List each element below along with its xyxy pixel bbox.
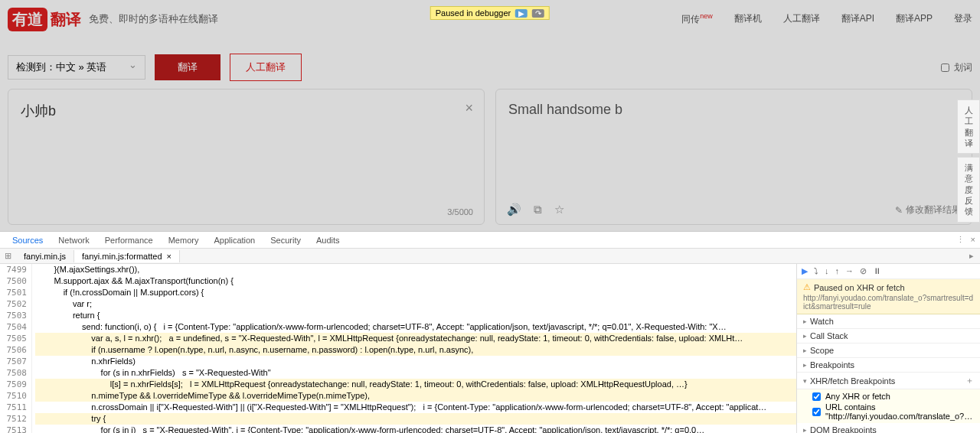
side-float: 人工 翻译 满意度 反馈 xyxy=(957,99,980,223)
file-tab-2[interactable]: fanyi.min.js:formatted× xyxy=(74,250,180,262)
debugger-badge: Paused in debugger ▶ ↷ xyxy=(430,6,550,20)
devtools: Sources Network Performance Memory Appli… xyxy=(0,231,980,433)
file-tabs: ⊞ fanyi.min.js fanyi.min.js:formatted× ▸ xyxy=(0,249,980,264)
side-human-translate[interactable]: 人工 翻译 xyxy=(957,99,980,154)
edit-result-button[interactable]: ✎ 修改翻译结果 xyxy=(895,203,961,216)
nav-rengong[interactable]: 人工翻译 xyxy=(783,12,820,26)
step-icon[interactable]: ↷ xyxy=(532,9,544,18)
debugger-sidebar: ▶ ⤵ ↓ ↑ → ⊘ ⏸ ⚠Paused on XHR or fetch ht… xyxy=(796,264,980,433)
nav-login[interactable]: 登录 xyxy=(954,12,972,26)
pause-exc-icon[interactable]: ⏸ xyxy=(873,266,881,276)
logo-badge: 有道 xyxy=(8,8,47,31)
code-area[interactable]: }(M.ajaxSettings.xhr()), M.support.ajax … xyxy=(32,264,796,433)
output-panel: Small handsome b 🔊 ⧉ ☆ ✎ 修改翻译结果 xyxy=(495,89,972,225)
acc-scope[interactable]: Scope xyxy=(797,343,980,358)
debugger-text: Paused in debugger xyxy=(436,8,511,18)
input-panel[interactable]: 小帅b × 3/5000 xyxy=(8,89,485,225)
tab-sources[interactable]: Sources xyxy=(5,233,51,247)
huaci-input[interactable] xyxy=(941,63,949,72)
nav-tongchuan[interactable]: 同传new xyxy=(681,12,713,26)
tab-network[interactable]: Network xyxy=(51,233,96,247)
warning-icon: ⚠ xyxy=(803,282,811,292)
nav-api[interactable]: 翻译API xyxy=(841,12,874,26)
add-xhr-bp-icon[interactable]: ＋ xyxy=(965,375,974,386)
huaci-checkbox[interactable]: 划词 xyxy=(941,61,972,74)
translation-panels: 小帅b × 3/5000 Small handsome b 🔊 ⧉ ☆ ✎ 修改… xyxy=(0,89,980,225)
copy-icon[interactable]: ⧉ xyxy=(534,203,542,216)
xhr-any-checkbox[interactable]: Any XHR or fetch xyxy=(797,391,980,402)
nav-toggle-icon[interactable]: ⊞ xyxy=(0,251,16,261)
step-into-icon[interactable]: ↓ xyxy=(825,266,829,276)
xhr-url-checkbox[interactable]: URL contains "http://fanyi.youdao.com/tr… xyxy=(797,402,980,422)
pencil-icon: ✎ xyxy=(895,205,903,216)
speaker-icon[interactable]: 🔊 xyxy=(507,203,521,216)
tab-performance[interactable]: Performance xyxy=(97,233,161,247)
pause-reason: ⚠Paused on XHR or fetch http://fanyi.you… xyxy=(797,279,980,314)
top-nav: 同传new 翻译机 人工翻译 翻译API 翻译APP 登录 xyxy=(681,12,972,26)
acc-watch[interactable]: Watch xyxy=(797,314,980,329)
star-icon[interactable]: ☆ xyxy=(554,203,564,216)
devtools-close-icon[interactable]: × xyxy=(971,235,975,245)
tab-security[interactable]: Security xyxy=(263,233,309,247)
step-out-icon[interactable]: ↑ xyxy=(835,266,840,276)
deactivate-bp-icon[interactable]: ⊘ xyxy=(860,266,867,276)
tab-audits[interactable]: Audits xyxy=(309,233,348,247)
translate-button[interactable]: 翻译 xyxy=(155,54,220,80)
resume-icon[interactable]: ▶ xyxy=(515,9,528,18)
step-over-icon[interactable]: ⤵ xyxy=(814,266,818,276)
devtools-tabs: Sources Network Performance Memory Appli… xyxy=(0,232,980,249)
char-counter: 3/5000 xyxy=(447,207,473,216)
pause-url: http://fanyi.youdao.com/translate_o?smar… xyxy=(803,294,974,311)
tab-application[interactable]: Application xyxy=(206,233,263,247)
human-translate-button[interactable]: 人工翻译 xyxy=(230,54,302,81)
input-text[interactable]: 小帅b xyxy=(21,102,472,120)
acc-xhr[interactable]: XHR/fetch Breakpoints＋ xyxy=(797,373,980,389)
logo[interactable]: 有道 翻译 xyxy=(8,8,81,31)
tagline: 免费、即时的多语种在线翻译 xyxy=(89,12,218,26)
close-file-icon[interactable]: × xyxy=(167,252,172,261)
side-feedback[interactable]: 满意度 反馈 xyxy=(957,157,980,222)
logo-text: 翻译 xyxy=(51,9,81,30)
nav-app[interactable]: 翻译APP xyxy=(896,12,933,26)
clear-input-icon[interactable]: × xyxy=(465,100,473,116)
devtools-menu-icon[interactable]: ⋮ xyxy=(956,235,965,245)
tab-memory[interactable]: Memory xyxy=(161,233,207,247)
acc-breakpoints[interactable]: Breakpoints xyxy=(797,358,980,373)
file-tab-1[interactable]: fanyi.min.js xyxy=(16,250,74,262)
controls-row: 检测到：中文 » 英语 翻译 人工翻译 划词 xyxy=(0,38,980,89)
resume-button[interactable]: ▶ xyxy=(802,266,808,276)
debugger-controls: ▶ ⤵ ↓ ↑ → ⊘ ⏸ xyxy=(797,264,980,279)
language-select[interactable]: 检测到：中文 » 英语 xyxy=(8,55,145,80)
nav-fanyiji[interactable]: 翻译机 xyxy=(734,12,762,26)
acc-callstack[interactable]: Call Stack xyxy=(797,329,980,343)
acc-dom[interactable]: DOM Breakpoints xyxy=(797,423,980,433)
output-text: Small handsome b xyxy=(508,102,959,118)
line-gutter: 7499 7500 7501 7502 7503 7504 7505 7506 … xyxy=(0,264,32,433)
step-icon2[interactable]: → xyxy=(845,266,854,276)
file-more-icon[interactable]: ▸ xyxy=(963,251,980,261)
